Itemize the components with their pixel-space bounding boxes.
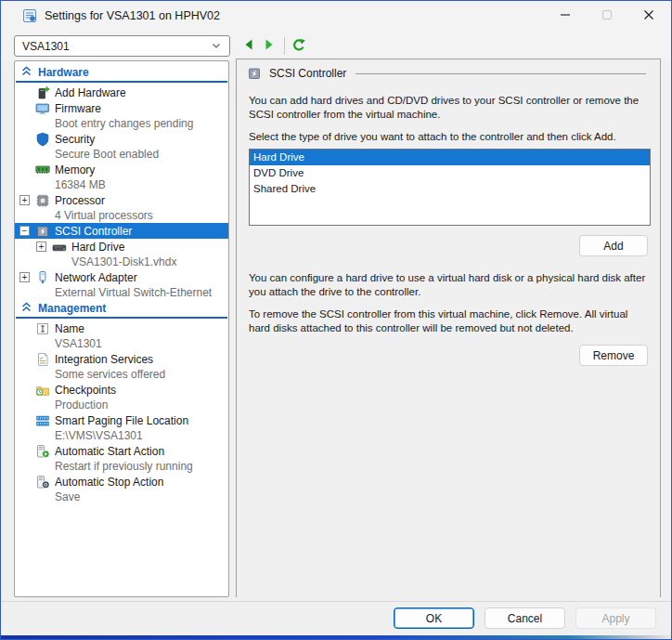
sidebar-item-sublabel: External Virtual Switch-Ethernet [15,285,228,300]
sidebar-item-smart-paging-file-location[interactable]: Smart Paging File Location [15,412,228,428]
scsi-controller-icon [35,224,50,239]
footer-divider [1,601,671,602]
sidebar-item-processor[interactable]: + Processor [15,192,228,208]
smart-paging-icon [35,413,50,428]
checkpoints-icon [35,383,50,398]
refresh-icon [291,38,306,57]
ok-button[interactable]: OK [394,607,474,629]
sidebar-item-sublabel: Some services offered [15,367,228,382]
sidebar-item-name[interactable]: Name [15,320,228,336]
back-icon [242,38,255,55]
add-hardware-icon [35,85,50,100]
section-header-management[interactable]: Management [15,300,228,317]
toolbar-separator [284,37,285,55]
expand-toggle[interactable]: + [36,242,46,252]
memory-icon [35,163,50,177]
sidebar-item-label: Smart Paging File Location [55,414,188,427]
sidebar-item-label: Memory [55,163,95,176]
sidebar-item-automatic-stop-action[interactable]: Automatic Stop Action [15,474,228,490]
sidebar-item-network-adapter[interactable]: + Network Adapter [15,269,228,285]
chevron-down-icon [211,38,222,55]
sidebar-item-automatic-start-action[interactable]: Automatic Start Action [15,443,228,459]
sidebar-item-hard-drive[interactable]: + Hard Drive [15,239,228,255]
apply-button: Apply [575,607,656,629]
minimize-button[interactable] [544,1,586,31]
forward-icon [263,38,276,55]
configure-note: You can configure a hard drive to use a … [249,271,648,299]
sidebar-item-checkpoints[interactable]: Checkpoints [15,382,228,398]
sidebar-item-label: Automatic Stop Action [55,476,163,489]
toolbar: VSA1301 [1,31,671,60]
navigate-forward-button[interactable] [263,38,276,55]
sidebar-item-label: Hard Drive [71,241,124,254]
window-title: Settings for VSA1301 on HPHV02 [45,9,220,22]
sidebar-item-firmware[interactable]: Firmware [15,100,228,116]
scsi-controller-settings-panel: SCSI Controller You can add hard drives … [236,59,661,597]
hard-drive-icon [52,240,67,255]
sidebar-item-security[interactable]: Security [15,131,228,147]
sidebar-item-memory[interactable]: Memory [15,162,228,177]
titlebar: Settings for VSA1301 on HPHV02 [1,1,671,31]
sidebar-item-label: Automatic Start Action [55,445,164,458]
sidebar-item-label: Name [55,322,84,335]
window-bottom-edge [1,635,671,639]
footer-buttons: OK Cancel Apply [1,607,656,629]
sidebar-item-sublabel: Production [15,398,228,412]
sidebar-item-sublabel: Save [15,490,228,504]
integration-services-icon [35,352,50,367]
expand-toggle[interactable]: + [19,272,30,282]
panel-header: SCSI Controller [247,64,650,83]
maximize-icon [601,7,613,24]
cancel-button[interactable]: Cancel [485,607,565,629]
remove-note: To remove the SCSI controller from this … [249,307,648,335]
scsi-controller-icon [247,66,262,81]
sidebar-item-sublabel: Restart if previously running [15,459,228,474]
section-divider [16,317,227,319]
settings-dialog-window: Settings for VSA1301 on HPHV02 VSA1301 [0,0,672,640]
close-button[interactable] [627,1,669,31]
sidebar-item-label: Network Adapter [55,271,137,284]
expand-toggle[interactable]: + [19,195,30,205]
sidebar-item-label: Add Hardware [55,86,126,99]
section-divider [16,81,227,83]
navigate-back-button[interactable] [242,38,255,55]
name-icon [35,321,50,336]
sidebar-item-sublabel: 16384 MB [15,177,228,192]
sidebar-item-label: Security [55,133,95,146]
network-adapter-icon [35,270,50,285]
collapse-toggle[interactable]: − [19,226,30,236]
sidebar-item-sublabel: VSA1301-Disk1.vhdx [15,255,228,269]
vm-selector-value: VSA1301 [22,40,211,53]
minimize-icon [560,7,571,24]
select-drive-prompt: Select the type of drive you want to att… [249,130,648,144]
firmware-icon [35,101,50,116]
header-rule [355,73,646,74]
auto-start-icon [35,444,50,459]
auto-stop-icon [35,475,50,490]
sidebar-item-scsi-controller[interactable]: − SCSI Controller [15,223,228,239]
drive-type-listbox[interactable]: Hard Drive DVD Drive Shared Drive [249,149,651,226]
panel-title: SCSI Controller [269,67,346,80]
remove-button[interactable]: Remove [579,345,648,366]
listbox-option-hard-drive[interactable]: Hard Drive [250,150,650,165]
section-header-hardware[interactable]: Hardware [15,64,228,81]
sidebar-item-add-hardware[interactable]: Add Hardware [15,85,228,100]
listbox-option-dvd-drive[interactable]: DVD Drive [250,165,650,181]
close-icon [643,7,654,24]
sidebar-item-label: Checkpoints [55,384,116,397]
collapse-chevrons-icon [21,66,32,79]
listbox-option-shared-drive[interactable]: Shared Drive [250,181,650,197]
sidebar-item-sublabel: 4 Virtual processors [15,208,228,223]
intro-text: You can add hard drives and CD/DVD drive… [249,94,648,122]
refresh-button[interactable] [291,38,306,57]
sidebar-item-integration-services[interactable]: Integration Services [15,351,228,367]
sidebar-item-label: Integration Services [55,353,153,366]
sidebar-item-sublabel: Secure Boot enabled [15,147,228,162]
hardware-management-sidebar: Hardware Add Hardware Firmware Boot entr… [14,60,229,597]
settings-document-icon [22,8,37,23]
vm-selector-dropdown[interactable]: VSA1301 [14,35,230,57]
section-title: Hardware [38,66,89,79]
add-button[interactable]: Add [579,235,648,256]
collapse-chevrons-icon [21,302,32,315]
processor-icon [35,193,50,208]
